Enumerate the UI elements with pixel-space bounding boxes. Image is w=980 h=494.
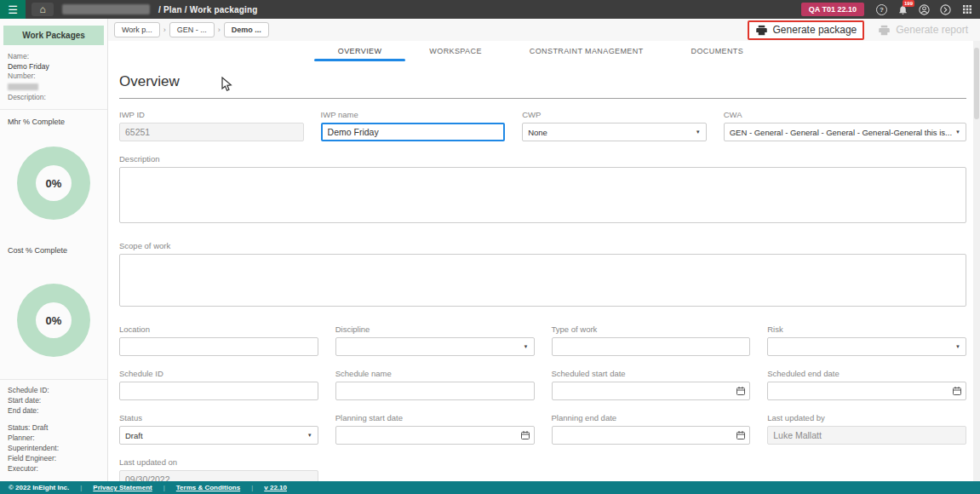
location-field: Location [119,325,318,356]
form-row-description: Description [119,154,966,227]
environment-badge: QA T01 22.10 [801,3,864,16]
discipline-field: Discipline ▼ [335,325,535,356]
planning-end-date-label: Planning end date [552,413,751,422]
copyright-text: © 2022 InEight Inc. [9,484,69,491]
last-updated-on-input [119,470,318,481]
account-icon[interactable] [914,0,935,19]
printer-icon [878,24,891,37]
scheduled-start-date-input[interactable] [552,382,751,400]
cwp-label: CWP [522,110,707,119]
redacted-project-name [62,4,150,14]
calendar-icon[interactable] [952,386,962,396]
description-label: Description [119,154,966,164]
planning-start-date-input[interactable] [335,426,535,445]
cwa-select[interactable]: GEN - General - General - General - Gene… [724,123,966,141]
description-label: Description: [8,93,100,103]
generate-report-label: Generate report [896,24,968,36]
type-of-work-input[interactable] [552,337,751,356]
generate-package-button[interactable]: Generate package [755,24,857,37]
logout-glyph [939,3,952,16]
end-date-label: End date: [8,405,100,416]
cost-complete-value: 0% [46,314,62,327]
cost-complete-label: Cost % Complete [0,238,107,255]
breadcrumb: / Plan / Work packaging [158,5,258,14]
home-icon[interactable]: ⌂ [32,3,54,16]
tab-workspace[interactable]: WORKSPACE [405,42,505,61]
footer-separator: | [163,484,165,491]
breadcrumb-chip-iwp[interactable]: Demo ... [224,22,269,37]
last-updated-on-label: Last updated on [119,457,318,467]
scheduled-start-date-label: Scheduled start date [552,369,751,378]
calendar-icon[interactable] [736,386,746,396]
cwp-select[interactable]: None ▼ [522,123,707,141]
terms-conditions-link[interactable]: Terms & Conditions [176,484,240,491]
help-icon[interactable]: ? [871,0,892,19]
last-updated-on-field: Last updated on [119,457,318,481]
apps-grid-icon[interactable] [956,0,977,19]
chevron-right-icon: › [218,26,221,34]
superintendent-label: Superintendent: [8,443,100,453]
redacted-number-value [8,83,38,90]
breadcrumb-chip-work-packages[interactable]: Work p... [114,22,160,37]
discipline-select[interactable]: ▼ [335,337,535,356]
footer-separator: | [80,484,82,491]
schedule-id-field: Schedule ID [119,369,318,400]
risk-label: Risk [767,325,966,334]
cost-complete-donut-chart: 0% [17,284,90,357]
spacer [8,416,100,422]
version-link[interactable]: v 22.10 [264,484,287,491]
description-field: Description [119,154,966,227]
planning-start-date-field: Planning start date [335,413,535,445]
scrollbar-thumb[interactable] [974,48,979,119]
location-input[interactable] [119,337,318,356]
calendar-icon[interactable] [736,430,746,440]
form-row-scope: Scope of work [119,241,966,310]
action-bar: Work p... › GEN - ... › Demo ... Generat… [108,19,980,41]
waffle-glyph [962,4,972,14]
tab-bar: OVERVIEW WORKSPACE CONSTRAINT MANAGEMENT… [108,41,973,61]
last-updated-by-field: Last updated by [767,413,966,445]
work-package-summary-sidebar: Work Packages Name: Demo Friday Number: … [0,19,108,481]
schedule-name-input[interactable] [335,382,535,400]
schedule-name-label: Schedule name [335,369,535,378]
tab-overview[interactable]: OVERVIEW [314,42,406,61]
logout-icon[interactable] [935,0,956,19]
notification-count-badge: 199 [903,0,914,7]
scheduled-end-date-input[interactable] [767,382,966,400]
risk-select[interactable]: ▼ [767,337,966,356]
hamburger-menu-icon[interactable]: ☰ [0,0,26,19]
iwp-name-input[interactable] [321,123,506,141]
generate-package-label: Generate package [773,24,857,36]
help-question-glyph: ? [876,4,887,15]
type-of-work-label: Type of work [552,325,751,334]
calendar-icon[interactable] [520,430,530,440]
planner-label: Planner: [8,433,100,443]
notifications-bell-icon[interactable]: 199 [892,0,914,19]
scope-of-work-textarea[interactable] [119,254,966,307]
planning-end-date-input[interactable] [552,426,751,445]
generate-report-button[interactable]: Generate report [878,24,968,37]
sidebar-schedule-block: Schedule ID: Start date: End date: Statu… [0,380,107,491]
schedule-id-input[interactable] [119,382,318,400]
tab-documents[interactable]: DOCUMENTS [668,42,768,61]
start-date-label: Start date: [8,395,100,405]
breadcrumb-chip-cwp[interactable]: GEN - ... [169,22,215,37]
status-select[interactable]: Draft ▼ [119,426,318,445]
vertical-scrollbar[interactable] [973,41,980,481]
tab-constraint-management[interactable]: CONSTRAINT MANAGEMENT [506,42,668,61]
iwp-name-label: IWP name [321,110,506,119]
top-navigation-bar: ☰ ⌂ / Plan / Work packaging QA T01 22.10… [0,0,980,19]
caret-down-icon: ▼ [307,433,312,438]
caret-down-icon: ▼ [524,344,529,349]
last-updated-by-input [767,426,966,445]
mhr-complete-label: Mhr % Complete [0,110,107,126]
caret-down-icon: ▼ [955,129,960,135]
annotation-highlight: Generate package [748,20,865,40]
planning-start-date-label: Planning start date [335,413,535,422]
mhr-complete-donut-chart: 0% [17,146,90,220]
form-row-6: Last updated on [119,457,966,481]
description-textarea[interactable] [119,167,966,223]
privacy-statement-link[interactable]: Privacy Statement [93,484,152,491]
schedule-name-field: Schedule name [335,369,535,400]
scope-of-work-label: Scope of work [119,241,966,250]
